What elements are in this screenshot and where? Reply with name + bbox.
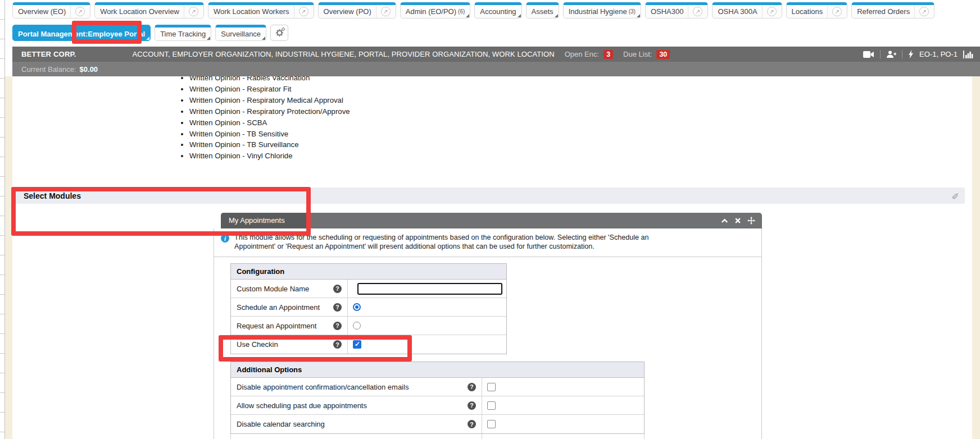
tab[interactable]: Industrial Hygiene (3) [563, 2, 641, 19]
external-link-icon: ↗ [693, 7, 702, 16]
tab[interactable]: OSHA 300A ↗ [712, 2, 782, 19]
checkbox[interactable] [487, 420, 496, 428]
portal-page: Overview (EO) ↗ Work Location Overview ↗… [0, 0, 980, 439]
module-info: i This module allows for the scheduling … [214, 228, 761, 257]
help-icon[interactable]: ? [468, 401, 476, 410]
video-camera-icon[interactable] [863, 51, 874, 58]
help-icon[interactable]: ? [333, 285, 342, 293]
help-icon[interactable]: ? [468, 383, 476, 391]
panel-title-tab[interactable]: My Appointments [221, 213, 311, 228]
help-icon[interactable]: ? [333, 303, 342, 312]
tab[interactable]: Overview (PO) ↗ [318, 2, 396, 19]
add-person-icon[interactable] [886, 51, 896, 58]
tab[interactable]: Time Tracking [155, 25, 211, 41]
radio-button[interactable] [353, 322, 361, 330]
setting-label-cell: Allow scheduling past due appointments ? [231, 396, 482, 414]
additional-option-rows: Disable appointment confirmation/cancell… [231, 378, 644, 433]
close-button[interactable] [734, 217, 741, 224]
list-item: Written Opinion - TB Sensitive [189, 129, 350, 140]
tab[interactable]: Portal Management:Employee Portal [12, 25, 151, 41]
setting-label: Use Checkin [237, 340, 278, 349]
help-icon[interactable]: ? [333, 340, 342, 349]
tab[interactable]: Accounting [474, 2, 521, 19]
panel-header: My Appointments [221, 213, 762, 228]
setting-value-cell [348, 283, 506, 295]
tab[interactable]: OSHA300 ↗ [645, 2, 709, 19]
table-header: Configuration [231, 264, 506, 280]
clipped-table-row [230, 434, 645, 439]
radio-button[interactable] [353, 303, 361, 311]
tab-settings-button[interactable] [270, 25, 288, 41]
bar-chart-icon[interactable] [963, 51, 973, 58]
external-link-icon: ↗ [381, 7, 391, 16]
panel-body: i This module allows for the scheduling … [214, 228, 762, 439]
list-item: Written Opinion - Respiratory Protection… [189, 106, 350, 117]
chevron-up-icon [721, 217, 728, 225]
checkbox[interactable] [487, 383, 496, 391]
tab[interactable]: Locations ↗ [786, 2, 848, 19]
tab-label: Overview (PO) [324, 7, 371, 16]
divider [880, 50, 881, 59]
setting-label-cell: Schedule an Appointment ? [231, 298, 348, 316]
section-title: Select Modules [24, 191, 81, 200]
tab[interactable]: Assets [526, 2, 559, 19]
tab[interactable]: Referred Orders ↗ [851, 2, 934, 19]
context-indicator: EO-1, PO-1 [919, 50, 958, 58]
open-enc-label: Open Enc: [565, 50, 599, 58]
balance-label: Current Balance: [21, 65, 76, 74]
configuration-table: Configuration Custom Module Name ? [230, 263, 507, 354]
open-in-new-window-button[interactable]: ↗ [376, 5, 391, 18]
edit-icon[interactable]: ✎ [952, 190, 959, 201]
close-icon [734, 217, 741, 224]
small-gear-icon [281, 27, 285, 31]
help-icon[interactable]: ? [333, 322, 342, 330]
open-in-new-window-button[interactable]: ↗ [70, 5, 85, 18]
setting-label: Disable appointment confirmation/cancell… [237, 383, 409, 391]
balance-value: $0.00 [80, 65, 98, 74]
tab[interactable]: Surveillance [215, 25, 266, 41]
due-list-badge[interactable]: 30 [656, 50, 670, 59]
setting-value-cell [348, 340, 506, 349]
setting-label-cell: Use Checkin ? [231, 335, 348, 354]
tab[interactable]: Admin (EO/PO) (6) [400, 2, 471, 19]
open-in-new-window-button[interactable]: ↗ [294, 5, 308, 18]
tab[interactable]: Work Location Workers ↗ [208, 2, 314, 19]
tab-label: Admin (EO/PO) [406, 7, 456, 16]
help-icon[interactable]: ? [468, 420, 476, 428]
tab-label: Portal Management:Employee Portal [18, 30, 145, 38]
tab-label: Accounting [480, 7, 516, 16]
setting-label: Request an Appointment [237, 322, 316, 330]
setting-value-cell [482, 383, 644, 391]
checkbox[interactable] [353, 340, 361, 349]
checkbox[interactable] [487, 401, 496, 410]
tab-label: Overview (EO) [18, 7, 66, 16]
tab[interactable]: Work Location Overview ↗ [94, 2, 204, 19]
collapse-button[interactable] [721, 217, 728, 225]
open-in-new-window-button[interactable]: ↗ [827, 5, 842, 18]
info-icon: i [221, 234, 229, 243]
module-info-text: This module allows for the scheduling or… [234, 234, 649, 252]
tab-label: Industrial Hygiene [569, 7, 627, 16]
breadcrumb: ACCOUNT, EMPLOYER ORGANIZATION, INDUSTRI… [133, 50, 555, 58]
tab-label: Time Tracking [160, 30, 206, 38]
open-in-new-window-button[interactable]: ↗ [914, 5, 929, 18]
open-in-new-window-button[interactable]: ↗ [688, 5, 702, 18]
tab-row-secondary: Portal Management:Employee Portal Time T… [12, 25, 288, 41]
list-item: Written Opinion - SCBA [189, 117, 350, 129]
account-header-bar: BETTER CORP. ACCOUNT, EMPLOYER ORGANIZAT… [12, 47, 980, 62]
open-enc-badge[interactable]: 3 [604, 50, 613, 59]
setting-label: Disable calendar searching [237, 420, 325, 428]
tab[interactable]: Overview (EO) ↗ [12, 2, 90, 19]
tab-label: Surveillance [221, 30, 261, 38]
lightning-icon[interactable] [908, 50, 914, 58]
tab-label: Assets [532, 7, 553, 16]
move-handle[interactable] [747, 217, 755, 225]
open-in-new-window-button[interactable]: ↗ [762, 5, 777, 18]
table-row: Custom Module Name ? [231, 280, 506, 298]
panel-title: My Appointments [229, 216, 285, 225]
open-in-new-window-button[interactable]: ↗ [184, 5, 198, 18]
company-name: BETTER CORP. [21, 50, 76, 58]
setting-label-cell: Disable appointment confirmation/cancell… [231, 378, 482, 396]
written-opinion-list: Written Opinion - Rabies VaccinationWrit… [179, 72, 350, 162]
custom-module-name-input[interactable] [357, 283, 502, 295]
